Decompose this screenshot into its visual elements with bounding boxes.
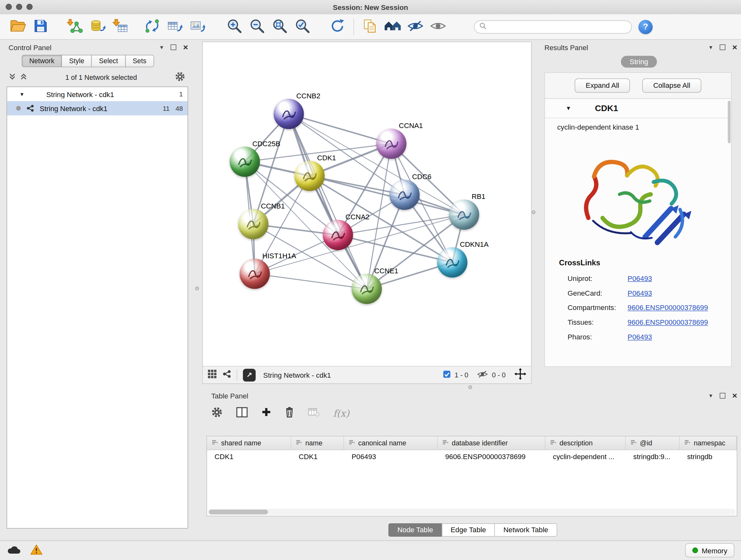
delete-column-trash-icon[interactable] [284,406,294,420]
node-CCNE1[interactable] [352,273,382,304]
node-CCNB2[interactable] [273,99,304,129]
network-row[interactable]: String Network - cdk1 11 48 [7,101,188,115]
clone-network-button[interactable] [141,16,163,38]
tab-edge-table[interactable]: Edge Table [442,523,495,537]
node-CDKN1A[interactable] [437,247,468,277]
open-session-button[interactable] [7,16,29,38]
tab-select[interactable]: Select [91,55,125,67]
crosslink-link[interactable]: P06493 [628,333,652,341]
control-panel-float-icon[interactable] [171,44,177,50]
copy-document-button[interactable] [359,16,381,38]
column-header-canonical-name[interactable]: canonical name [344,436,437,449]
selected-checkbox-icon[interactable] [443,370,451,380]
crosslink-link[interactable]: 9606.ENSP00000378699 [628,318,708,326]
node-CDK1[interactable] [294,161,325,191]
zoom-selected-button[interactable] [291,16,314,38]
gene-expander-icon[interactable]: ▼ [566,105,571,112]
crosslink-link[interactable]: P06493 [628,289,652,297]
column-header-database-identifier[interactable]: database identifier [437,436,545,449]
zoom-window-button[interactable] [26,4,32,10]
bottom-splitter-handle[interactable] [468,385,472,389]
tab-sets[interactable]: Sets [125,55,154,67]
results-panel-float-menu-icon[interactable]: ▼ [708,45,713,50]
collapse-all-button[interactable]: Collapse All [643,78,701,92]
zoom-fit-button[interactable] [268,16,291,38]
column-header-name[interactable]: name [291,436,344,449]
export-image-button[interactable] [186,16,209,38]
import-table-from-file-button[interactable] [109,16,131,38]
tab-network-table[interactable]: Network Table [494,523,557,537]
column-header-description[interactable]: description [545,436,626,449]
crosslink-link[interactable]: P06493 [628,274,652,282]
tab-node-table[interactable]: Node Table [388,523,442,537]
table-panel-float-icon[interactable] [720,393,726,399]
tab-string[interactable]: String [621,56,657,68]
column-header-shared-name[interactable]: shared name [207,436,291,449]
expand-all-button[interactable]: Expand All [575,78,630,92]
zoom-out-button[interactable] [246,16,268,38]
table-panel-float-menu-icon[interactable]: ▼ [708,393,713,398]
network-collection-row[interactable]: ▼ String Network - cdk1 1 [7,87,188,101]
hidden-eye-slash-icon[interactable] [477,369,488,380]
collapse-all-tree-icon[interactable] [9,73,16,82]
node-CDC25B[interactable] [230,146,260,177]
results-panel-close-icon[interactable]: × [732,43,738,52]
tab-network[interactable]: Network [22,55,62,67]
search-input[interactable] [489,22,626,31]
node-CCNA1[interactable] [376,129,407,159]
node-RB1[interactable] [449,199,479,230]
apply-layout-button[interactable] [326,16,349,38]
memory-button[interactable]: Memory [685,543,734,557]
right-splitter-handle[interactable] [532,210,536,214]
control-panel-close-icon[interactable]: × [183,43,188,52]
grid-view-icon[interactable] [207,369,217,381]
cloud-icon[interactable] [7,544,21,557]
table-horizontal-scrollbar[interactable] [208,509,736,515]
collection-expander-icon[interactable]: ▼ [19,91,24,97]
results-scrollbar-thumb[interactable] [728,101,731,143]
table-panel-close-icon[interactable]: × [732,391,738,400]
left-splitter-handle[interactable] [195,287,199,290]
table-row[interactable]: CDK1CDK1P064939606.ENSP00000378699cyclin… [207,450,737,463]
birdseye-toggle-button[interactable]: ↗ [243,368,256,381]
results-panel-float-icon[interactable] [720,44,726,50]
edge-CCNB2-CCNA1[interactable] [289,114,391,144]
node-CCNA2[interactable] [323,220,353,250]
help-button[interactable]: ? [638,19,653,34]
network-overview-share-icon[interactable] [222,370,231,380]
new-network-from-table-button[interactable] [163,16,186,38]
node-label-CCNA1: CCNA1 [399,122,423,130]
show-columns-icon[interactable] [236,407,248,420]
import-network-from-database-button[interactable] [86,16,109,38]
edge-CCNB2-CCNE1[interactable] [289,114,367,289]
crosslink-link[interactable]: 9606.ENSP00000378699 [628,304,708,312]
zoom-in-button[interactable] [223,16,246,38]
hide-selected-button[interactable] [404,16,427,38]
node-HIST1H1A[interactable] [240,259,270,289]
edge-CDK1-RB1[interactable] [310,176,464,214]
warning-icon[interactable] [30,544,43,557]
edge-HIST1H1A-CCNE1[interactable] [255,273,367,289]
node-CCNB1[interactable] [238,209,268,240]
network-options-gear-icon[interactable] [175,71,185,84]
show-all-button[interactable] [427,16,449,38]
minimize-window-button[interactable] [16,4,22,10]
node-CDC6[interactable] [389,180,420,210]
column-header--id[interactable]: @id [626,436,680,449]
function-builder-icon[interactable]: f(x) [333,408,349,419]
close-window-button[interactable] [6,4,12,10]
edge-RB1-HIST1H1A[interactable] [255,214,464,273]
table-scrollbar-thumb[interactable] [209,509,268,514]
table-options-gear-icon[interactable] [211,407,223,420]
control-panel-float-menu-icon[interactable]: ▼ [159,45,164,50]
column-header-namespac[interactable]: namespac [679,436,737,449]
add-column-plus-icon[interactable] [261,407,271,419]
expand-all-tree-icon[interactable] [20,73,27,82]
gene-section-header[interactable]: ▼ CDK1 [545,99,731,118]
save-session-button[interactable] [29,16,52,38]
pan-move-icon[interactable] [514,368,527,382]
show-hide-panels-button[interactable] [381,16,404,38]
import-network-from-file-button[interactable] [63,16,86,38]
tab-style[interactable]: Style [62,55,92,67]
network-canvas[interactable]: CCNB2CCNA1CDC25BCDK1CDC6RB1CCNB1CCNA2CDK… [203,42,531,366]
